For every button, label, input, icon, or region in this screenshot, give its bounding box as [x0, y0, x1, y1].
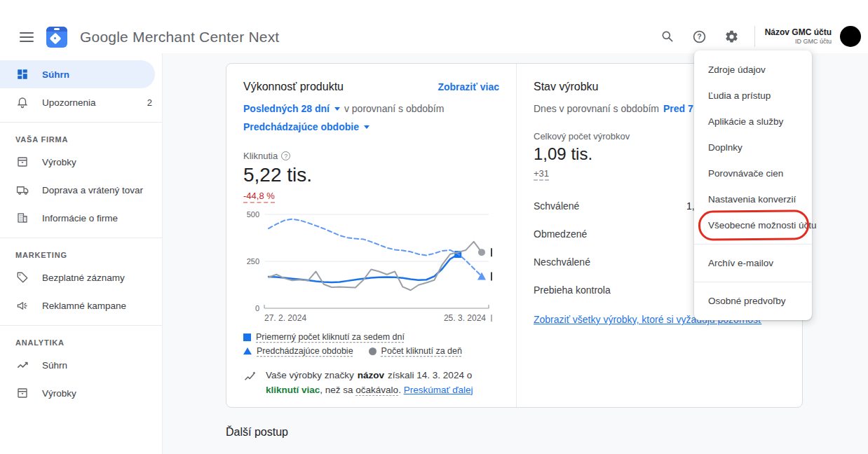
explore-further-link[interactable]: Preskúmať ďalej: [404, 385, 473, 395]
svg-text:500: 500: [247, 210, 259, 219]
merchant-center-logo-icon: [46, 27, 67, 48]
triangle-marker-icon: [243, 348, 252, 355]
menu-item-price-comparators[interactable]: Porovnávače cien: [694, 160, 812, 186]
svg-text:0: 0: [255, 304, 259, 312]
menu-item-general-account-options[interactable]: Všeobecné možnosti účtu: [694, 212, 812, 238]
truck-icon: [15, 184, 29, 197]
account-id: ID GMC účtu: [765, 38, 832, 46]
metric-help-icon[interactable]: ?: [281, 151, 290, 160]
product-performance-panel: Výkonnosť produktu Zobraziť viac Posledn…: [226, 64, 517, 407]
megaphone-icon: [15, 299, 29, 312]
metric-delta[interactable]: -44,8 %: [243, 191, 275, 203]
show-more-link[interactable]: Zobraziť viac: [438, 81, 499, 92]
help-icon[interactable]: ?: [687, 24, 712, 49]
building-icon: [15, 212, 29, 224]
circle-marker-icon: [369, 348, 377, 355]
avatar[interactable]: [840, 26, 861, 47]
menu-item-people-access[interactable]: Ľudia a prístup: [694, 83, 812, 109]
sidebar-item-overview[interactable]: Súhrn: [0, 60, 155, 88]
topbar-divider: [754, 26, 755, 47]
sidebar-item-label: Výrobky: [42, 157, 152, 167]
panel-title: Výkonnosť produktu: [243, 81, 344, 93]
menu-divider: [694, 244, 812, 245]
svg-text:?: ?: [697, 32, 701, 41]
menu-item-data-sources[interactable]: Zdroje údajov: [694, 57, 812, 83]
compare-text: v porovnaní s obdobím: [344, 103, 444, 114]
chevron-down-icon: [334, 107, 340, 111]
brand-name: názov: [358, 370, 384, 380]
sidebar-section-business: VAŠA FIRMA: [0, 128, 162, 148]
sidebar-item-business-info[interactable]: Informácie o firme: [0, 204, 162, 232]
bell-icon: [15, 96, 29, 109]
menu-item-addons[interactable]: Doplnky: [694, 135, 812, 160]
notifications-count-badge: 2: [147, 97, 152, 108]
sidebar-item-label: Doprava a vrátený tovar: [42, 185, 152, 195]
sidebar-divider: [0, 238, 162, 238]
sidebar-section-marketing: MARKETING: [0, 244, 162, 263]
total-products-delta[interactable]: +31: [534, 168, 549, 181]
sidebar-item-label: Bezplatné záznamy: [42, 273, 152, 283]
account-name: Názov GMC účtu: [765, 27, 832, 38]
tag-icon: [15, 271, 29, 284]
sidebar-divider: [0, 122, 162, 123]
svg-text:25. 3. 2024: 25. 3. 2024: [444, 313, 486, 323]
insight-icon: [243, 369, 257, 398]
clicks-line-chart: 025050027. 2. 202425. 3. 2024: [243, 209, 499, 329]
app-title: Google Merchant Center Next: [80, 29, 279, 46]
sidebar-item-label: Reklamné kampane: [42, 301, 152, 311]
metric-value: 5,22 tis.: [243, 164, 499, 186]
period-dropdown[interactable]: Posledných 28 dní: [243, 103, 340, 114]
sidebar-item-label: Súhrn: [42, 69, 145, 80]
legend-item-previous[interactable]: Predchádzajúce obdobie: [243, 346, 353, 356]
sidebar-nav: Súhrn Upozornenia 2 VAŠA FIRMA Výrobky D…: [0, 53, 163, 454]
sidebar-item-analytics-summary[interactable]: Súhrn: [0, 351, 162, 379]
sidebar-item-label: Súhrn: [42, 360, 152, 371]
square-marker-icon: [243, 333, 251, 341]
menu-item-conversion-settings[interactable]: Nastavenia konverzií: [694, 186, 812, 212]
svg-text:250: 250: [247, 257, 259, 266]
menu-item-email-archive[interactable]: Archív e-mailov: [694, 250, 812, 276]
sidebar-item-notifications[interactable]: Upozornenia 2: [0, 88, 162, 116]
chevron-down-icon: [364, 125, 369, 129]
legend-item-avg[interactable]: Priemerný počet kliknutí za sedem dní: [243, 332, 405, 342]
search-icon[interactable]: [655, 24, 680, 49]
sidebar-item-label: Informácie o firme: [42, 213, 152, 223]
top-app-bar: Google Merchant Center Next ? Názov GMC …: [0, 0, 868, 53]
dashboard-icon: [15, 68, 29, 81]
compare-period-dropdown[interactable]: Predchádzajúce obdobie: [243, 121, 369, 132]
sidebar-item-ad-campaigns[interactable]: Reklamné kampane: [0, 291, 162, 319]
svg-text:27. 2. 2024: 27. 2. 2024: [264, 313, 306, 323]
legend-item-daily[interactable]: Počet kliknutí za deň: [369, 346, 462, 356]
chart-legend: Priemerný počet kliknutí za sedem dní Pr…: [243, 332, 499, 356]
metric-label: Kliknutia: [243, 151, 278, 161]
sidebar-item-products[interactable]: Výrobky: [0, 148, 162, 176]
sidebar-item-shipping[interactable]: Doprava a vrátený tovar: [0, 176, 162, 204]
sidebar-item-free-listings[interactable]: Bezplatné záznamy: [0, 263, 162, 291]
account-info: Názov GMC účtu ID GMC účtu: [765, 27, 832, 46]
box-icon: [15, 387, 29, 399]
sidebar-item-label: Upozornenia: [42, 97, 135, 108]
status-compare-text: Dnes v porovnaní s obdobím: [534, 103, 659, 114]
line-chart-icon: [15, 359, 29, 372]
insight-text: Vaše výrobky značkynázovzískali 14. 3. 2…: [266, 369, 499, 398]
sidebar-divider: [0, 325, 162, 326]
settings-gear-icon[interactable]: [719, 24, 745, 49]
settings-dropdown-menu: Zdroje údajov Ľudia a prístup Aplikácie …: [694, 50, 812, 320]
sidebar-section-analytics: ANALYTIKA: [0, 331, 162, 351]
menu-divider: [694, 282, 812, 282]
menu-item-personal-preferences[interactable]: Osobné predvoľby: [694, 288, 812, 314]
sidebar-item-label: Výrobky: [42, 388, 152, 399]
panel-title: Stav výrobku: [534, 81, 598, 93]
box-icon: [15, 156, 29, 168]
next-steps-title: Ďalší postup: [226, 426, 288, 439]
sidebar-item-analytics-products[interactable]: Výrobky: [0, 379, 162, 407]
insight-row: Vaše výrobky značkynázovzískali 14. 3. 2…: [243, 369, 499, 398]
menu-hamburger-icon[interactable]: [20, 32, 34, 42]
menu-item-apps-services[interactable]: Aplikácie a služby: [694, 109, 812, 135]
